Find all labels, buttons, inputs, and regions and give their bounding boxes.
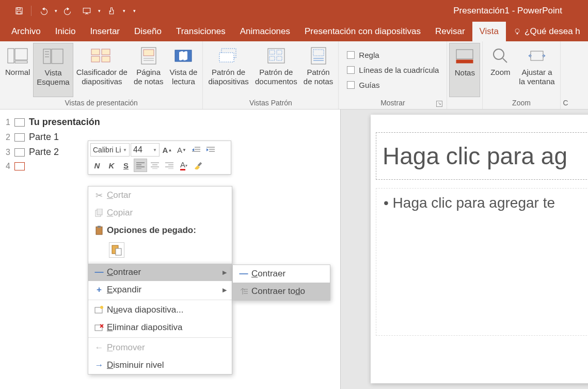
notes-toggle-button[interactable]: Notas xyxy=(449,43,480,97)
notes-page-button[interactable]: Página de notas xyxy=(131,43,167,97)
tell-me[interactable]: ¿Qué desea h xyxy=(506,22,587,41)
ctx-demote[interactable]: → Disminuir nivel xyxy=(88,356,232,374)
gridlines-label: Líneas de la cuadrícula xyxy=(359,66,439,74)
start-slideshow-button[interactable] xyxy=(78,3,96,19)
outline-view-button[interactable]: Vista Esquema xyxy=(33,43,73,97)
sub-collapse-all[interactable]: Contraer todo xyxy=(233,283,330,300)
svg-rect-7 xyxy=(15,49,27,60)
svg-rect-63 xyxy=(116,248,121,255)
bold-button[interactable]: N xyxy=(90,159,104,172)
touch-mode-button[interactable] xyxy=(103,3,120,19)
font-family-select[interactable]: Calibri Li▼ xyxy=(90,143,130,157)
zoom-button[interactable]: Zoom xyxy=(485,43,516,97)
font-size-select[interactable]: 44▼ xyxy=(131,143,160,157)
slideshow-dropdown[interactable]: ▾ xyxy=(97,8,102,13)
svg-rect-35 xyxy=(456,60,473,63)
reading-view-button[interactable]: Vista de lectura xyxy=(166,43,200,97)
ctx-expand[interactable]: + Expandir ▶ xyxy=(88,281,232,299)
decrease-font-button[interactable]: A▼ xyxy=(175,143,188,157)
undo-dropdown[interactable]: ▾ xyxy=(53,8,58,13)
align-center-icon xyxy=(151,162,159,169)
save-button[interactable] xyxy=(10,3,28,19)
tab-inicio[interactable]: Inicio xyxy=(48,22,83,41)
ctx-collapse[interactable]: — Contraer ▶ xyxy=(88,263,232,281)
ctx-delete-slide[interactable]: Eliminar diapositiva xyxy=(88,319,232,336)
align-center-button[interactable] xyxy=(148,159,162,172)
guides-checkbox[interactable]: Guías xyxy=(344,79,444,91)
tab-vista[interactable]: Vista xyxy=(472,22,506,41)
ctx-promote[interactable]: ← Promover xyxy=(88,339,232,356)
sorter-label: Clasificador de diapositivas xyxy=(76,68,128,86)
svg-rect-27 xyxy=(277,50,282,54)
fit-label: Ajustar a la ventana xyxy=(519,68,554,86)
svg-point-4 xyxy=(515,29,519,33)
checkbox-icon xyxy=(347,66,355,74)
increase-indent-button[interactable] xyxy=(204,143,217,157)
notes-master-button[interactable]: Patrón de notas xyxy=(300,43,337,97)
outdent-icon xyxy=(192,146,200,153)
italic-button[interactable]: K xyxy=(105,159,118,172)
outline-item-1[interactable]: 1 Tu presentación xyxy=(3,115,337,130)
tab-insertar[interactable]: Insertar xyxy=(83,22,127,41)
tab-revisar[interactable]: Revisar xyxy=(428,22,472,41)
context-menu: ✂ Cortar Copiar Opciones de pegado: — Co… xyxy=(88,186,232,375)
ctx-copy[interactable]: Copiar xyxy=(88,204,232,222)
format-painter-button[interactable] xyxy=(192,159,205,172)
tab-animaciones[interactable]: Animaciones xyxy=(233,22,297,41)
decrease-indent-button[interactable] xyxy=(189,143,203,157)
slide-sorter-button[interactable]: Clasificador de diapositivas xyxy=(73,43,131,97)
notes-icon xyxy=(455,49,474,64)
align-right-icon xyxy=(165,162,173,169)
mini-toolbar: Calibri Li▼ 44▼ A▲ A▼ N K S A▾ xyxy=(88,141,231,175)
slide-canvas[interactable]: Haga clic para ag • Haga clic para agreg… xyxy=(371,115,588,383)
svg-rect-3 xyxy=(83,8,90,13)
gridlines-checkbox[interactable]: Líneas de la cuadrícula xyxy=(344,64,444,76)
tab-presentacion[interactable]: Presentación con diapositivas xyxy=(297,22,428,41)
slide-number: 1 xyxy=(3,118,10,127)
qat-customize[interactable]: ▾ xyxy=(132,8,137,13)
svg-rect-1 xyxy=(17,8,20,10)
svg-rect-8 xyxy=(15,61,27,63)
font-color-button[interactable]: A▾ xyxy=(177,159,190,172)
group-label-master: Vistas Patrón xyxy=(205,97,336,109)
ctx-new-slide[interactable]: Nueva diapositiva... xyxy=(88,301,232,319)
ctx-cut[interactable]: ✂ Cortar xyxy=(88,186,232,204)
redo-button[interactable] xyxy=(59,3,77,19)
ruler-checkbox[interactable]: Regla xyxy=(344,49,444,61)
outline-pane[interactable]: 1 Tu presentación 2 Parte 1 3 Parte 2 4 … xyxy=(0,110,341,389)
slide-title: Parte 1 xyxy=(29,132,59,143)
sub-collapse[interactable]: — Contraer xyxy=(233,265,330,283)
dialog-launcher[interactable]: ↘ xyxy=(436,101,442,107)
tell-me-label: ¿Qué desea h xyxy=(525,26,580,37)
color-button[interactable] xyxy=(563,43,569,97)
group-zoom: Zoom Ajustar a la ventana Zoom xyxy=(483,41,560,109)
slide-master-button[interactable]: Patrón de diapositivas xyxy=(205,43,251,97)
handout-master-button[interactable]: Patrón de documentos xyxy=(252,43,300,97)
undo-button[interactable] xyxy=(35,3,52,19)
underline-button[interactable]: S xyxy=(119,159,133,172)
collapse-all-icon xyxy=(236,287,251,295)
tab-diseno[interactable]: Diseño xyxy=(127,22,169,41)
tab-archivo[interactable]: Archivo xyxy=(4,22,48,41)
svg-rect-25 xyxy=(268,49,284,63)
svg-point-65 xyxy=(100,306,103,309)
paste-keep-source-button[interactable] xyxy=(109,242,124,258)
minus-icon: — xyxy=(91,267,107,277)
svg-rect-26 xyxy=(269,50,275,54)
plus-icon: + xyxy=(91,285,107,295)
svg-rect-60 xyxy=(96,227,102,235)
align-left-button[interactable] xyxy=(134,159,147,172)
tab-transiciones[interactable]: Transiciones xyxy=(169,22,233,41)
title-placeholder[interactable]: Haga clic para ag xyxy=(376,132,588,180)
touch-dropdown[interactable]: ▾ xyxy=(121,8,126,13)
svg-rect-15 xyxy=(102,49,110,55)
fit-window-button[interactable]: Ajustar a la ventana xyxy=(516,43,558,97)
increase-font-button[interactable]: A▲ xyxy=(161,143,174,157)
body-placeholder[interactable]: • Haga clic para agregar te xyxy=(376,188,588,336)
group-label-zoom: Zoom xyxy=(485,97,558,109)
slide-number: 4 xyxy=(3,162,10,171)
slide-editor[interactable]: Haga clic para ag • Haga clic para agreg… xyxy=(341,110,588,389)
svg-rect-6 xyxy=(8,49,14,63)
normal-view-button[interactable]: Normal xyxy=(2,43,33,97)
align-right-button[interactable] xyxy=(163,159,176,172)
